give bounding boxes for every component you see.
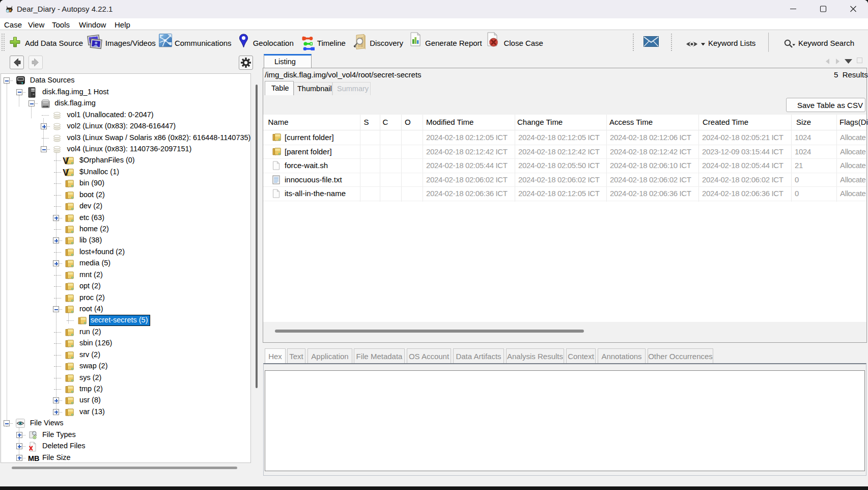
svg-text:MB: MB xyxy=(28,454,40,462)
